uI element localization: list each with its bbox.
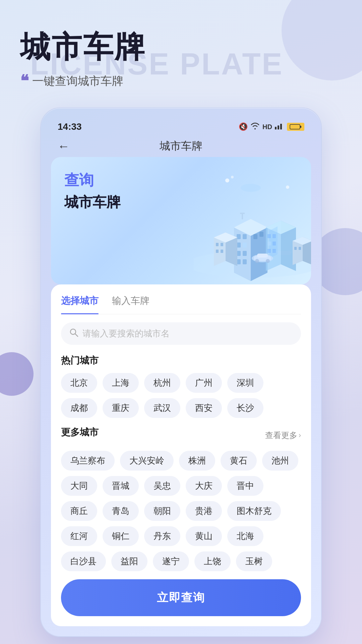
more-city-tag[interactable]: 大兴安岭 bbox=[120, 451, 174, 471]
more-city-tag[interactable]: 遂宁 bbox=[153, 551, 189, 571]
content-card: 选择城市 输入车牌 请输入要搜索的城市名 热门城市 北京上海杭州广州深圳成都重庆… bbox=[51, 284, 311, 626]
more-city-tag[interactable]: 朝阳 bbox=[144, 501, 180, 521]
more-city-tag[interactable]: 黄石 bbox=[221, 451, 257, 471]
status-time: 14:33 bbox=[58, 121, 82, 132]
hot-city-tag[interactable]: 长沙 bbox=[227, 398, 263, 418]
svg-rect-33 bbox=[273, 249, 276, 253]
svg-rect-6 bbox=[291, 125, 298, 128]
svg-rect-3 bbox=[283, 122, 284, 129]
svg-rect-0 bbox=[275, 127, 277, 129]
hot-city-tag[interactable]: 重庆 bbox=[103, 398, 139, 418]
cta-button[interactable]: 立即查询 bbox=[61, 579, 301, 616]
more-city-tag[interactable]: 乌兰察布 bbox=[61, 451, 115, 471]
status-bar: 14:33 🔇 HD bbox=[51, 118, 311, 134]
subtitle-row: ❝ 一键查询城市车牌 bbox=[20, 73, 146, 89]
more-city-tag[interactable]: 白沙县 bbox=[61, 551, 106, 571]
svg-rect-19 bbox=[243, 259, 247, 264]
phone-mockup: 14:33 🔇 HD bbox=[40, 107, 322, 637]
more-city-tag[interactable]: 晋中 bbox=[227, 476, 263, 496]
svg-rect-48 bbox=[257, 254, 268, 258]
more-city-tag[interactable]: 图木舒克 bbox=[227, 501, 281, 521]
more-cities-tags: 乌兰察布大兴安岭株洲黄石池州大同晋城吴忠大庆晋中商丘青岛朝阳贵港图木舒克红河铜仁… bbox=[61, 451, 301, 571]
nav-title: 城市车牌 bbox=[76, 139, 286, 154]
svg-point-54 bbox=[241, 184, 261, 192]
tab-enter-plate[interactable]: 输入车牌 bbox=[112, 294, 149, 310]
more-city-tag[interactable]: 池州 bbox=[262, 451, 298, 471]
svg-point-50 bbox=[266, 259, 270, 263]
svg-line-56 bbox=[75, 334, 78, 337]
back-button[interactable]: ← bbox=[58, 139, 70, 153]
search-placeholder-text: 请输入要搜索的城市名 bbox=[82, 328, 170, 339]
more-city-tag[interactable]: 丹东 bbox=[144, 526, 180, 546]
hot-city-tag[interactable]: 广州 bbox=[186, 373, 222, 393]
svg-rect-31 bbox=[273, 241, 276, 246]
svg-rect-37 bbox=[216, 243, 219, 246]
hot-cities-title: 热门城市 bbox=[61, 354, 301, 367]
hot-city-tag[interactable]: 杭州 bbox=[144, 373, 180, 393]
battery-icon bbox=[287, 123, 304, 131]
svg-rect-15 bbox=[243, 243, 247, 248]
bg-circle-mid-left bbox=[0, 352, 34, 396]
search-bar[interactable]: 请输入要搜索的城市名 bbox=[61, 322, 301, 345]
hot-city-tag[interactable]: 武汉 bbox=[144, 398, 180, 418]
svg-rect-29 bbox=[273, 234, 276, 238]
more-city-tag[interactable]: 大庆 bbox=[186, 476, 222, 496]
wifi-icon bbox=[250, 122, 260, 131]
svg-point-55 bbox=[70, 329, 76, 334]
tabs-row: 选择城市 输入车牌 bbox=[61, 294, 301, 314]
status-icons: 🔇 HD bbox=[239, 122, 304, 131]
more-city-tag[interactable]: 益阳 bbox=[111, 551, 147, 571]
more-city-tag[interactable]: 吴忠 bbox=[144, 476, 180, 496]
more-city-tag[interactable]: 黄山 bbox=[186, 526, 222, 546]
more-city-tag[interactable]: 上饶 bbox=[194, 551, 231, 571]
more-city-tag[interactable]: 晋城 bbox=[103, 476, 139, 496]
svg-rect-2 bbox=[280, 124, 282, 129]
svg-rect-38 bbox=[221, 243, 223, 246]
svg-rect-20 bbox=[253, 234, 257, 239]
more-cities-header: 更多城市 查看更多 › bbox=[61, 426, 301, 445]
mute-icon: 🔇 bbox=[239, 122, 248, 131]
nav-bar: ← 城市车牌 bbox=[51, 136, 311, 157]
svg-rect-30 bbox=[267, 241, 271, 246]
svg-rect-39 bbox=[216, 250, 219, 253]
hot-city-tag[interactable]: 西安 bbox=[186, 398, 222, 418]
svg-rect-21 bbox=[259, 232, 263, 237]
svg-rect-32 bbox=[267, 249, 271, 253]
tab-select-city[interactable]: 选择城市 bbox=[61, 294, 99, 310]
svg-rect-44 bbox=[294, 247, 297, 250]
chevron-right-icon: › bbox=[299, 431, 301, 440]
hot-city-tag[interactable]: 上海 bbox=[103, 373, 139, 393]
svg-rect-13 bbox=[243, 234, 247, 239]
more-city-tag[interactable]: 青岛 bbox=[103, 501, 139, 521]
signal-icon bbox=[275, 122, 284, 131]
more-city-tag[interactable]: 北海 bbox=[227, 526, 263, 546]
subtitle-text: 一键查询城市车牌 bbox=[32, 73, 123, 89]
city-illustration bbox=[194, 160, 311, 281]
hot-city-tag[interactable]: 成都 bbox=[61, 398, 97, 418]
quote-icon: ❝ bbox=[20, 73, 29, 89]
svg-rect-45 bbox=[299, 247, 301, 250]
svg-rect-22 bbox=[242, 214, 243, 219]
more-city-tag[interactable]: 铜仁 bbox=[103, 526, 139, 546]
svg-rect-23 bbox=[240, 213, 245, 214]
bg-circle-top-right bbox=[282, 0, 362, 80]
see-more-button[interactable]: 查看更多 › bbox=[265, 430, 301, 441]
more-city-tag[interactable]: 株洲 bbox=[179, 451, 215, 471]
hot-city-tag[interactable]: 深圳 bbox=[227, 373, 263, 393]
more-city-tag[interactable]: 大同 bbox=[61, 476, 97, 496]
hd-badge: HD bbox=[262, 123, 272, 131]
more-city-tag[interactable]: 玉树 bbox=[236, 551, 272, 571]
svg-point-49 bbox=[255, 259, 259, 263]
svg-point-53 bbox=[286, 185, 289, 189]
more-city-tag[interactable]: 红河 bbox=[61, 526, 97, 546]
svg-rect-28 bbox=[267, 234, 271, 238]
search-icon bbox=[69, 328, 78, 339]
header-area: LICENSE PLATE 城市车牌 ❝ 一键查询城市车牌 bbox=[20, 27, 146, 89]
svg-rect-1 bbox=[278, 125, 279, 129]
more-city-tag[interactable]: 商丘 bbox=[61, 501, 97, 521]
hot-city-tag[interactable]: 北京 bbox=[61, 373, 97, 393]
svg-rect-40 bbox=[221, 250, 223, 253]
hot-cities-tags: 北京上海杭州广州深圳成都重庆武汉西安长沙 bbox=[61, 373, 301, 418]
svg-rect-5 bbox=[300, 126, 301, 128]
more-city-tag[interactable]: 贵港 bbox=[186, 501, 222, 521]
